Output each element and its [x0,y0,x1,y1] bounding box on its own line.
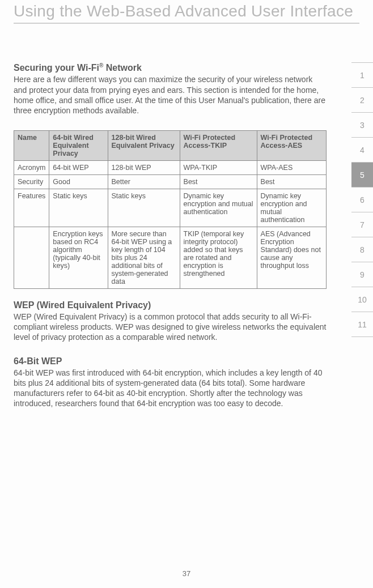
cell: Best [180,175,257,189]
cell: Security [14,175,49,189]
wep64-heading: 64-Bit WEP [14,356,327,367]
cell: Encryption keys based on RC4 algorithm (… [49,227,108,289]
tab-10[interactable]: 10 [351,287,373,312]
cell: Static keys [49,189,108,227]
wep-body: WEP (Wired Equivalent Privacy) is a comm… [14,312,327,343]
cell: Features [14,189,49,227]
tab-8[interactable]: 8 [351,237,373,262]
table-row: Acronym 64-bit WEP 128-bit WEP WPA-TKIP … [14,161,327,175]
cell: 128-bit WEP [108,161,180,175]
page-header: Using the Web-Based Advanced User Interf… [14,0,359,24]
cell: More secure than 64-bit WEP using a key … [108,227,180,289]
chapter-tabs: 1 2 3 4 5 6 7 8 9 10 11 [351,62,373,336]
tab-1[interactable]: 1 [351,62,373,88]
tab-6[interactable]: 6 [351,187,373,212]
cell: Good [49,175,108,189]
th-tkip: Wi-Fi Protected Access-TKIP [180,131,257,161]
securing-heading: Securing your Wi-Fi® Network [14,62,327,73]
cell: Acronym [14,161,49,175]
table-row: Security Good Better Best Best [14,175,327,189]
cell: Static keys [108,189,180,227]
th-64wep: 64-bit Wired Equivalent Privacy [49,131,108,161]
tab-3[interactable]: 3 [351,112,373,138]
wep-heading: WEP (Wired Equivalent Privacy) [14,300,327,310]
tab-2[interactable]: 2 [351,87,373,113]
table-row: Encryption keys based on RC4 algorithm (… [14,227,327,289]
securing-heading-pre: Securing your Wi-Fi [14,63,99,73]
cell: Better [108,175,180,189]
cell: TKIP (temporal key integrity protocol) a… [180,227,257,289]
cell: WPA-TKIP [180,161,257,175]
tab-9[interactable]: 9 [351,262,373,287]
securing-body: Here are a few different ways you can ma… [14,74,327,116]
wep64-body: 64-bit WEP was first introduced with 64-… [14,368,327,409]
cell: AES (Advanced Encryption Standard) does … [257,227,326,289]
tab-4[interactable]: 4 [351,137,373,163]
page-number: 37 [0,569,373,578]
th-aes: Wi-Fi Protected Access-AES [257,131,326,161]
table-row: Features Static keys Static keys Dynamic… [14,189,327,227]
tab-5[interactable]: 5 [351,162,373,188]
table-header-row: Name 64-bit Wired Equivalent Privacy 128… [14,131,327,161]
cell: Dynamic key encryption and mutual authen… [180,189,257,227]
th-name: Name [14,131,49,161]
cell: Best [257,175,326,189]
securing-heading-post: Network [103,63,142,73]
cell: 64-bit WEP [49,161,108,175]
encryption-table: Name 64-bit Wired Equivalent Privacy 128… [14,130,327,289]
cell: Dynamic key encryption and mutual authen… [257,189,326,227]
cell [14,227,49,289]
th-128wep: 128-bit Wired Equivalent Privacy [108,131,180,161]
tab-7[interactable]: 7 [351,212,373,237]
cell: WPA-AES [257,161,326,175]
tab-11[interactable]: 11 [351,312,373,337]
